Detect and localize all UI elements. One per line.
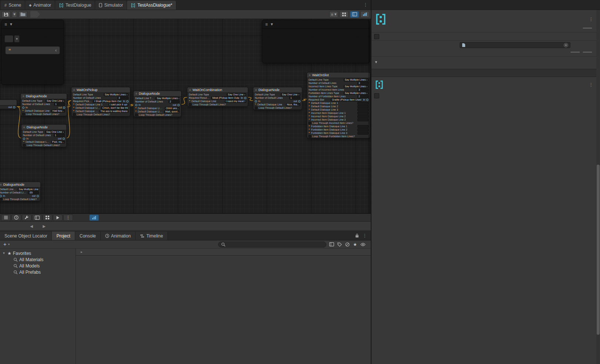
- node-field[interactable]: 1: [54, 103, 65, 106]
- hidden-packages-icon[interactable]: [345, 242, 350, 247]
- graph-tool-wrench-button[interactable]: [22, 215, 31, 221]
- graph-edge[interactable]: [248, 97, 253, 101]
- apply-button[interactable]: [582, 51, 593, 53]
- node-field[interactable]: Say One Line▾: [227, 93, 246, 96]
- node-field[interactable]: Say Multiple Lines▾: [156, 97, 180, 100]
- graph-node-dialogue-node-2[interactable]: ≡DialogueNodeDefault Line TypeSay One Li…: [21, 124, 67, 147]
- graph-breadcrumb[interactable]: [30, 11, 40, 18]
- node-text-field[interactable]: [357, 125, 369, 128]
- collapse-arrow-icon[interactable]: ▼: [270, 22, 274, 26]
- graph-tool-chart-button[interactable]: [89, 215, 99, 221]
- node-text-field[interactable]: [357, 105, 369, 108]
- node-title-bar[interactable]: ≡DialogueNode: [134, 91, 181, 97]
- graph-edge[interactable]: [17, 107, 20, 107]
- graph-node-wait-on-combination[interactable]: ≡WaitOnCombinationDefault Line TypeSay O…: [187, 87, 248, 107]
- graph-edge[interactable]: [67, 101, 71, 138]
- graph-tool-panel-button[interactable]: [32, 215, 42, 221]
- node-field[interactable]: -55: [28, 191, 39, 194]
- collapse-arrow-icon[interactable]: ▼: [9, 22, 13, 26]
- node-text-field[interactable]: [357, 128, 369, 131]
- checkbox[interactable]: [309, 135, 311, 138]
- node-field[interactable]: Say Multiple Lines▾: [344, 78, 369, 81]
- create-asset-button[interactable]: ＋▾: [2, 241, 10, 248]
- tab-animation[interactable]: Animation: [101, 232, 136, 240]
- graph-tool-list-button[interactable]: [1, 215, 11, 221]
- project-search-input[interactable]: [218, 242, 326, 247]
- graph-node-dialogue-node-4[interactable]: ≡DialogueNodeDefault Line TypeSay One Li…: [253, 87, 302, 110]
- node-title-bar[interactable]: ≡WaitOnPickup: [71, 87, 130, 93]
- object-picker-icon[interactable]: [564, 43, 568, 47]
- sidebar-item-all-models[interactable]: All Models: [0, 263, 76, 269]
- output-port[interactable]: [298, 100, 300, 102]
- graph-tool-grid4-button[interactable]: [43, 215, 52, 221]
- kebab-menu-icon[interactable]: ⋮: [363, 233, 367, 238]
- node-title-bar[interactable]: ≡WaitOnCombination: [187, 87, 248, 93]
- node-text-field[interactable]: [357, 102, 369, 105]
- revert-button[interactable]: [570, 51, 580, 53]
- checkbox[interactable]: [255, 107, 257, 109]
- graph-inspector-toggle[interactable]: [360, 11, 369, 18]
- blackboard-panel[interactable]: ≡ ▼ ▾ “ ‹: [1, 20, 64, 85]
- input-port[interactable]: [22, 107, 24, 109]
- graph-node-wait-on-pickup[interactable]: ≡WaitOnPickupDefault Line TypeSay Multip…: [71, 87, 130, 117]
- node-text-field[interactable]: Ohhh yes...: [165, 107, 180, 110]
- open-button[interactable]: [582, 27, 593, 29]
- graph-tool-kebab-button[interactable]: ⋮: [63, 215, 73, 221]
- window-tab-simulator[interactable]: Simulator: [95, 1, 127, 10]
- checkbox[interactable]: [23, 144, 26, 146]
- sidebar-item-all-materials[interactable]: All Materials: [0, 256, 76, 263]
- window-tab-testassdialogue[interactable]: TestAssDialogue*: [127, 1, 176, 10]
- node-field[interactable]: Say One Line▾: [45, 131, 65, 134]
- addressable-checkbox[interactable]: [374, 93, 379, 98]
- node-field[interactable]: 3: [357, 82, 369, 85]
- node-title-bar[interactable]: ≡WaitOnSlot: [307, 73, 370, 78]
- node-object-field[interactable]: Meat (Pickup Item Outp...): [211, 97, 240, 100]
- node-title-bar[interactable]: ≡DialogueNode: [21, 94, 67, 99]
- kebab-menu-icon[interactable]: ⋮: [589, 82, 593, 87]
- kebab-menu-icon[interactable]: ⋮: [589, 17, 593, 22]
- node-field[interactable]: Say Multiple Lines▾: [104, 93, 129, 96]
- tab-timeline[interactable]: Timeline: [136, 232, 168, 240]
- window-tab-scene[interactable]: #Scene: [1, 1, 25, 10]
- node-text-field[interactable]: I said pick it up!: [109, 103, 129, 106]
- tab-console[interactable]: Console: [75, 232, 101, 240]
- graph-edge[interactable]: [67, 101, 71, 107]
- inspector-scrollbar[interactable]: [596, 10, 600, 364]
- add-property-button[interactable]: [4, 35, 13, 43]
- blackboard-header[interactable]: ≡ ▼: [1, 20, 64, 29]
- node-title-bar[interactable]: ≡DialogueNode: [253, 87, 302, 93]
- node-text-field[interactable]: [357, 115, 369, 118]
- graph-node-wait-on-slot[interactable]: ≡WaitOnSlotDefault Line TypeSay Multiple…: [307, 72, 370, 138]
- output-port[interactable]: [63, 107, 65, 109]
- input-port[interactable]: [255, 100, 257, 102]
- node-text-field[interactable]: [357, 118, 369, 121]
- output-port[interactable]: [177, 104, 180, 106]
- graph-node-dialogue-node-5[interactable]: ≡DialogueNodeDefault Line TypeSay Multip…: [0, 182, 41, 201]
- node-field[interactable]: Say Multiple Lines▾: [344, 85, 369, 88]
- output-port[interactable]: [13, 106, 15, 108]
- node-field[interactable]: 2: [169, 100, 180, 103]
- graph-scrollbar[interactable]: [368, 19, 371, 213]
- tab-scene-object-locator[interactable]: Scene Object Locator: [0, 232, 52, 240]
- node-title-bar[interactable]: ≡DialogueNode: [21, 125, 66, 130]
- graph-node-start-node[interactable]: ≡rtNodeout: [0, 100, 17, 109]
- kebab-menu-icon[interactable]: ⋮: [363, 2, 368, 7]
- search-by-label-icon[interactable]: [337, 242, 342, 247]
- sidebar-item-all-prefabs[interactable]: All Prefabs: [0, 269, 76, 275]
- graph-tool-play-button[interactable]: [53, 215, 63, 221]
- node-field[interactable]: 1: [54, 134, 65, 137]
- graph-inspector-panel[interactable]: ≡ ▼: [262, 20, 370, 63]
- node-text-field[interactable]: Cmon, don't be like this!: [101, 107, 129, 109]
- tab-project[interactable]: Project: [52, 232, 75, 240]
- checkbox[interactable]: [22, 113, 25, 115]
- node-field[interactable]: Say Multiple Lines▾: [344, 92, 369, 95]
- checkbox[interactable]: [73, 113, 76, 116]
- node-field[interactable]: 2: [357, 95, 369, 98]
- checkbox[interactable]: [135, 114, 138, 116]
- node-field[interactable]: 3: [357, 88, 369, 91]
- graph-inspector-header[interactable]: ≡ ▼: [262, 20, 369, 29]
- add-property-dropdown[interactable]: ▾: [14, 35, 20, 43]
- node-title-bar[interactable]: ≡DialogueNode: [0, 182, 40, 188]
- node-text-field[interactable]: Nice, tha...: [286, 103, 300, 106]
- visibility-count[interactable]: [360, 243, 367, 246]
